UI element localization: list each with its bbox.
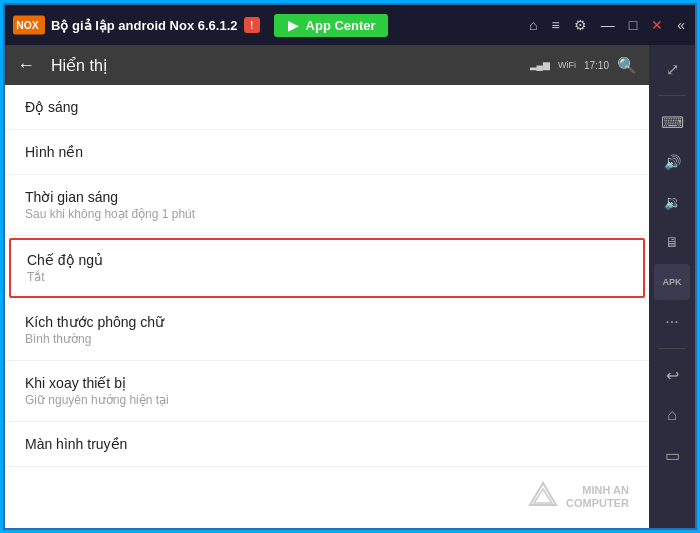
watermark-logo-icon bbox=[528, 481, 558, 513]
watermark-line2: COMPUTER bbox=[566, 497, 629, 510]
item-title: Độ sáng bbox=[25, 99, 629, 115]
item-subtitle: Sau khi không hoạt động 1 phút bbox=[25, 207, 629, 221]
settings-item-rotation[interactable]: Khi xoay thiết bị Giữ nguyên hướng hiện … bbox=[5, 361, 649, 422]
settings-item-daydream[interactable]: Màn hình truyền bbox=[5, 422, 649, 467]
settings-item-brightness[interactable]: Độ sáng bbox=[5, 85, 649, 130]
collapse-icon[interactable]: « bbox=[677, 17, 685, 33]
close-button[interactable]: ✕ bbox=[651, 17, 663, 33]
minimize-button[interactable]: — bbox=[601, 17, 615, 33]
settings-icon[interactable]: ⚙ bbox=[574, 17, 587, 33]
clock: 17:10 bbox=[584, 60, 609, 71]
watermark: MINH AN COMPUTER bbox=[528, 481, 629, 513]
main-container: ← Hiển thị ▂▄▆ WiFi 17:10 🔍 Độ sáng Hình… bbox=[5, 45, 695, 528]
item-title: Hình nền bbox=[25, 144, 629, 160]
volume-up-icon[interactable]: 🔊 bbox=[654, 144, 690, 180]
app-center-label: App Center bbox=[306, 18, 376, 33]
maximize-button[interactable]: □ bbox=[629, 17, 637, 33]
watermark-line1: MINH AN bbox=[566, 484, 629, 497]
titlebar-title: Bộ giả lập android Nox 6.6.1.2 bbox=[51, 18, 238, 33]
item-title: Khi xoay thiết bị bbox=[25, 375, 629, 391]
settings-item-screen-timeout[interactable]: Thời gian sáng Sau khi không hoạt động 1… bbox=[5, 175, 649, 236]
item-title: Thời gian sáng bbox=[25, 189, 629, 205]
item-subtitle: Tắt bbox=[27, 270, 627, 284]
screen-icon[interactable]: 🖥 bbox=[654, 224, 690, 260]
android-area: ← Hiển thị ▂▄▆ WiFi 17:10 🔍 Độ sáng Hình… bbox=[5, 45, 649, 528]
more-icon[interactable]: ··· bbox=[654, 304, 690, 340]
home-icon[interactable]: ⌂ bbox=[529, 17, 537, 33]
android-search-icon[interactable]: 🔍 bbox=[617, 56, 637, 75]
item-subtitle: Giữ nguyên hướng hiện tại bbox=[25, 393, 629, 407]
item-title: Màn hình truyền bbox=[25, 436, 629, 452]
svg-marker-2 bbox=[530, 483, 556, 505]
item-subtitle: Bình thường bbox=[25, 332, 629, 346]
keyboard-icon[interactable]: ⌨ bbox=[654, 104, 690, 140]
volume-down-icon[interactable]: 🔉 bbox=[654, 184, 690, 220]
android-screen-title: Hiển thị bbox=[51, 56, 530, 75]
svg-marker-3 bbox=[534, 489, 552, 503]
titlebar-controls: ⌂ ≡ ⚙ — □ ✕ « bbox=[519, 17, 695, 33]
titlebar: NOX Bộ giả lập android Nox 6.6.1.2 ! ▶ A… bbox=[5, 5, 695, 45]
settings-item-sleep[interactable]: Chế độ ngủ Tắt bbox=[9, 238, 645, 298]
android-recents-icon[interactable]: ▭ bbox=[654, 437, 690, 473]
app-center-button[interactable]: ▶ App Center bbox=[274, 14, 388, 37]
expand-icon[interactable]: ⤢ bbox=[654, 51, 690, 87]
settings-item-font-size[interactable]: Kích thước phông chữ Bình thường bbox=[5, 300, 649, 361]
play-store-icon: ▶ bbox=[286, 18, 300, 32]
apk-button[interactable]: APK bbox=[654, 264, 690, 300]
titlebar-badge: ! bbox=[244, 17, 260, 33]
menu-icon[interactable]: ≡ bbox=[552, 17, 560, 33]
main-window: NOX Bộ giả lập android Nox 6.6.1.2 ! ▶ A… bbox=[3, 3, 697, 530]
sidebar-separator-2 bbox=[658, 348, 686, 349]
nox-logo: NOX bbox=[13, 13, 45, 37]
android-back-button[interactable]: ← bbox=[17, 55, 35, 76]
signal-icon: ▂▄▆ bbox=[530, 60, 550, 70]
android-topbar: ← Hiển thị ▂▄▆ WiFi 17:10 🔍 bbox=[5, 45, 649, 85]
svg-text:NOX: NOX bbox=[16, 20, 39, 31]
sidebar-separator-1 bbox=[658, 95, 686, 96]
apk-icon: APK bbox=[662, 277, 681, 287]
wifi-icon: WiFi bbox=[558, 60, 576, 70]
item-title: Kích thước phông chữ bbox=[25, 314, 629, 330]
settings-list: Độ sáng Hình nền Thời gian sáng Sau khi … bbox=[5, 85, 649, 528]
settings-item-wallpaper[interactable]: Hình nền bbox=[5, 130, 649, 175]
watermark-text: MINH AN COMPUTER bbox=[566, 484, 629, 510]
item-title: Chế độ ngủ bbox=[27, 252, 627, 268]
topbar-right: ▂▄▆ WiFi 17:10 🔍 bbox=[530, 56, 637, 75]
titlebar-left: NOX Bộ giả lập android Nox 6.6.1.2 ! ▶ A… bbox=[5, 13, 396, 37]
right-sidebar: ⤢ ⌨ 🔊 🔉 🖥 APK ··· ↩ ⌂ ▭ bbox=[649, 45, 695, 528]
android-back-icon[interactable]: ↩ bbox=[654, 357, 690, 393]
android-home-icon[interactable]: ⌂ bbox=[654, 397, 690, 433]
